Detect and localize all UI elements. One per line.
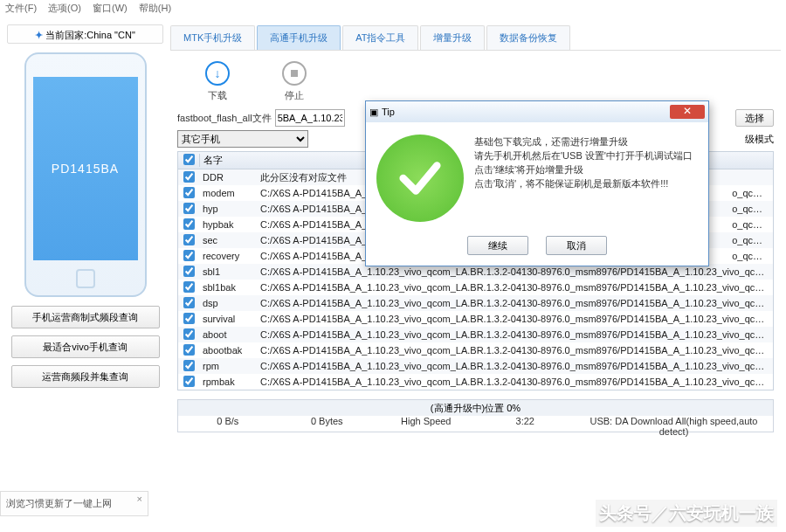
stop-button[interactable]: 停止: [282, 61, 307, 102]
row-path: C:/X6S A-PD1415BA_A_1.10.23_vivo_qcom_LA…: [257, 377, 773, 387]
phone-preview: PD1415BA: [24, 52, 147, 297]
tab-at[interactable]: AT指令工具: [342, 25, 418, 50]
browser-toast: × 浏览习惯更新了一键上网: [0, 491, 148, 516]
row-name: survival: [199, 314, 257, 324]
row-name: hyp: [199, 204, 257, 214]
stop-icon: [282, 61, 307, 86]
checkbox-all[interactable]: [183, 154, 195, 165]
carrier-band-query-button[interactable]: 手机运营商制式频段查询: [11, 306, 160, 328]
row-checkbox[interactable]: [183, 266, 195, 277]
close-icon[interactable]: ✕: [670, 105, 705, 119]
status-speed: 0 B/s: [178, 416, 278, 432]
phone-screen: PD1415BA: [33, 77, 138, 260]
col-name: 名字: [199, 154, 257, 167]
row-name: sbl1: [199, 266, 257, 277]
dialog-title: Tip: [378, 107, 670, 117]
status-header: (高通升级中)位置 0%: [178, 400, 773, 416]
row-name: rpmbak: [199, 377, 257, 387]
row-name: hypbak: [199, 219, 257, 230]
file-label: fastboot_flash_all文件: [177, 112, 272, 125]
row-path: C:/X6S A-PD1415BA_A_1.10.23_vivo_qcom_LA…: [257, 361, 773, 371]
row-name: rpm: [199, 361, 257, 371]
row-checkbox[interactable]: [183, 281, 195, 293]
tab-incremental[interactable]: 增量升级: [420, 25, 485, 50]
row-name: DDR: [199, 172, 257, 183]
row-name: aboot: [199, 329, 257, 340]
row-checkbox[interactable]: [183, 328, 195, 340]
cancel-button[interactable]: 取消: [546, 236, 607, 255]
menu-file[interactable]: 文件(F): [5, 3, 37, 13]
row-checkbox[interactable]: [183, 218, 195, 230]
close-toast-icon[interactable]: ×: [137, 494, 142, 504]
row-checkbox[interactable]: [183, 171, 195, 183]
carrier-union-query-button[interactable]: 运营商频段并集查询: [11, 365, 160, 388]
country-box: ✦ 当前国家:China "CN": [7, 24, 163, 44]
table-row[interactable]: rpmbakC:/X6S A-PD1415BA_A_1.10.23_vivo_q…: [178, 374, 773, 390]
download-button[interactable]: ↓ 下载: [205, 61, 230, 102]
menu-window[interactable]: 窗口(W): [93, 3, 128, 13]
row-name: modem: [199, 188, 257, 198]
tab-bar: MTK手机升级 高通手机升级 AT指令工具 增量升级 数据备份恢复: [170, 21, 781, 51]
row-path: C:/X6S A-PD1415BA_A_1.10.23_vivo_qcom_LA…: [257, 298, 773, 308]
tab-mtk[interactable]: MTK手机升级: [170, 25, 255, 50]
row-path: C:/X6S A-PD1415BA_A_1.10.23_vivo_qcom_LA…: [257, 282, 773, 293]
row-path: C:/X6S A-PD1415BA_A_1.10.23_vivo_qcom_LA…: [257, 314, 773, 324]
row-checkbox[interactable]: [183, 344, 195, 356]
row-path: C:/X6S A-PD1415BA_A_1.10.23_vivo_qcom_LA…: [257, 345, 773, 356]
status-time: 3:22: [476, 416, 576, 432]
download-icon: ↓: [205, 61, 230, 86]
watermark: 头条号／六安玩机一族: [596, 500, 777, 527]
row-checkbox[interactable]: [183, 313, 195, 324]
row-name: abootbak: [199, 345, 257, 356]
status-bytes: 0 Bytes: [278, 416, 377, 432]
continue-button[interactable]: 继续: [467, 236, 528, 255]
success-check-icon: [376, 135, 464, 222]
best-vivo-query-button[interactable]: 最适合vivo手机查询: [11, 335, 160, 358]
device-select[interactable]: 其它手机: [177, 130, 308, 148]
row-checkbox[interactable]: [183, 297, 195, 308]
status-mode: High Speed: [376, 416, 476, 432]
row-checkbox[interactable]: [183, 360, 195, 371]
tip-dialog: ▣ Tip ✕ 基础包下载完成，还需进行增量升级 请先手机开机然后在'USB 设…: [365, 100, 709, 266]
row-name: sbl1bak: [199, 282, 257, 293]
status-panel: (高通升级中)位置 0% 0 B/s 0 Bytes High Speed 3:…: [177, 399, 774, 432]
table-row[interactable]: sbl1bakC:/X6S A-PD1415BA_A_1.10.23_vivo_…: [178, 280, 773, 295]
table-row[interactable]: abootbakC:/X6S A-PD1415BA_A_1.10.23_vivo…: [178, 342, 773, 358]
table-row[interactable]: survivalC:/X6S A-PD1415BA_A_1.10.23_vivo…: [178, 311, 773, 327]
row-name: recovery: [199, 251, 257, 261]
row-checkbox[interactable]: [183, 376, 195, 387]
home-button-icon: [76, 269, 95, 288]
row-checkbox[interactable]: [183, 250, 195, 261]
row-path: C:/X6S A-PD1415BA_A_1.10.23_vivo_qcom_LA…: [257, 329, 773, 340]
row-checkbox[interactable]: [183, 187, 195, 198]
mode-label: 级模式: [745, 133, 774, 146]
dialog-message: 基础包下载完成，还需进行增量升级 请先手机开机然后在'USB 设置'中打开手机调…: [474, 135, 698, 222]
row-name: dsp: [199, 298, 257, 308]
table-row[interactable]: rpmC:/X6S A-PD1415BA_A_1.10.23_vivo_qcom…: [178, 358, 773, 374]
row-name: sec: [199, 235, 257, 245]
row-checkbox[interactable]: [183, 234, 195, 245]
status-usb: USB: DA Download All(high speed,auto det…: [575, 416, 773, 432]
select-file-button[interactable]: 选择: [735, 109, 774, 127]
table-row[interactable]: dspC:/X6S A-PD1415BA_A_1.10.23_vivo_qcom…: [178, 295, 773, 311]
row-path: C:/X6S A-PD1415BA_A_1.10.23_vivo_qcom_LA…: [257, 266, 773, 277]
tab-qualcomm[interactable]: 高通手机升级: [257, 25, 341, 50]
menu-bar: 文件(F) 选项(O) 窗口(W) 帮助(H): [0, 0, 786, 17]
row-checkbox[interactable]: [183, 203, 195, 214]
file-input[interactable]: [275, 109, 345, 127]
info-icon: ▣: [369, 107, 378, 118]
menu-options[interactable]: 选项(O): [48, 3, 81, 13]
table-row[interactable]: abootC:/X6S A-PD1415BA_A_1.10.23_vivo_qc…: [178, 327, 773, 342]
menu-help[interactable]: 帮助(H): [139, 3, 171, 13]
tab-backup[interactable]: 数据备份恢复: [486, 25, 570, 50]
